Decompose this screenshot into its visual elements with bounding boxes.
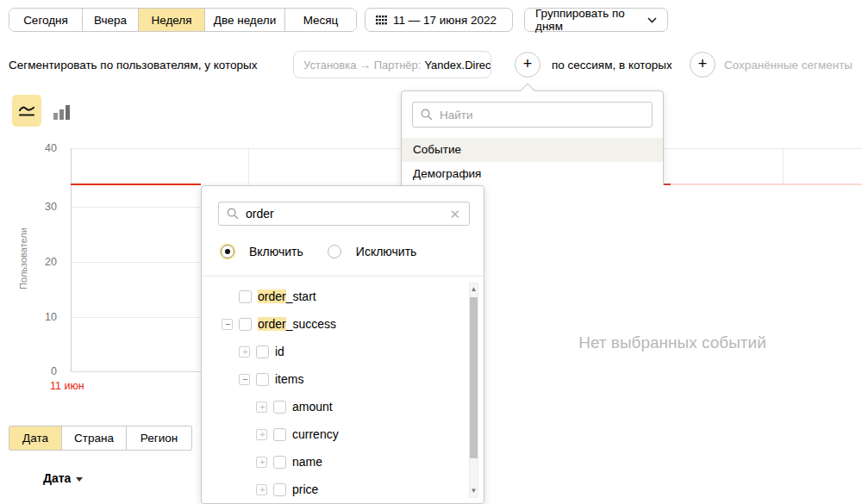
category-search-box[interactable]	[412, 102, 653, 128]
expand-icon[interactable]	[239, 346, 250, 358]
tree-row-order_success[interactable]: order_success	[202, 310, 469, 338]
expand-icon[interactable]	[256, 401, 267, 413]
event-tree: order_start order_success id items amoun	[202, 283, 469, 503]
tree-scrollbar[interactable]: ▲ ▼	[469, 283, 478, 498]
tree-row-name[interactable]: name	[202, 448, 469, 476]
tree-label: items	[275, 372, 303, 386]
bar-chart-icon	[51, 101, 72, 121]
segment-condition-chip[interactable]: Установка → Партнёр: Yandex.Direct	[293, 51, 491, 78]
include-radio-label[interactable]: Включить	[249, 245, 303, 258]
table-dimension-label: Дата	[43, 471, 71, 485]
grouping-dropdown-button[interactable]: Группировать по дням	[524, 8, 668, 32]
include-exclude-radios: Включить Исключить	[221, 245, 432, 258]
event-picker-popup: ✕ Включить Исключить order_start order_s…	[201, 185, 484, 504]
preset-month-button[interactable]: Месяц	[285, 9, 356, 31]
clear-search-icon[interactable]: ✕	[448, 208, 461, 221]
preset-week-button[interactable]: Неделя	[139, 9, 205, 31]
date-range-presets: Сегодня Вчера Неделя Две недели Месяц	[9, 8, 357, 32]
y-tick-30: 30	[19, 201, 57, 213]
scroll-down-icon[interactable]: ▼	[470, 486, 478, 496]
include-radio[interactable]	[221, 245, 234, 258]
segment-chip-path: Установка → Партнёр:	[303, 59, 421, 72]
chevron-down-icon	[647, 17, 657, 23]
empty-state-message: Нет выбранных событий	[483, 333, 862, 352]
y-tick-10: 10	[19, 311, 57, 323]
exclude-radio-label[interactable]: Исключить	[356, 245, 417, 258]
segment-prefix-label: Сегментировать по пользователям, у котор…	[9, 59, 257, 72]
tab-date[interactable]: Дата	[9, 426, 62, 450]
tree-label: order_start	[258, 289, 316, 303]
tree-label: amount	[292, 400, 333, 414]
tree-label: order_success	[258, 317, 336, 331]
line-chart-icon	[17, 103, 36, 120]
category-item-demography[interactable]: Демография	[402, 162, 663, 186]
scroll-up-icon[interactable]: ▲	[470, 284, 478, 295]
checkbox-order_success[interactable]	[239, 318, 252, 331]
checkbox-name[interactable]	[273, 456, 286, 469]
table-dimension-dropdown[interactable]: Дата	[43, 471, 83, 485]
checkbox-price[interactable]	[273, 483, 286, 496]
tree-row-price[interactable]: price	[202, 476, 469, 503]
calendar-grid-icon	[376, 16, 387, 25]
grouping-value: Группировать по дням	[535, 7, 641, 33]
picker-divider	[202, 276, 484, 277]
sessions-segment-label: по сессиям, в которых	[552, 59, 672, 72]
users-series-line	[71, 184, 201, 185]
category-item-event[interactable]: Событие	[402, 138, 663, 162]
collapse-icon[interactable]	[239, 374, 250, 385]
scrollbar-thumb[interactable]	[470, 297, 478, 458]
event-search-box[interactable]: ✕	[218, 202, 470, 226]
date-range-picker-button[interactable]: 11 — 17 июня 2022	[365, 8, 513, 32]
preset-yesterday-button[interactable]: Вчера	[83, 9, 139, 31]
x-tick-first-date: 11 июн	[50, 380, 84, 392]
y-tick-40: 40	[19, 142, 57, 154]
metrica-report-page: Пользователи 40 30 20 10 0 11 июн	[0, 0, 862, 504]
expand-icon[interactable]	[256, 429, 267, 440]
y-axis-line	[71, 148, 72, 371]
bar-chart-toggle-button[interactable]	[50, 100, 72, 122]
tree-row-id[interactable]: id	[202, 338, 469, 365]
tree-label: name	[292, 455, 322, 469]
dropdown-anchor-caret	[521, 84, 535, 98]
chevron-down-icon	[76, 477, 83, 482]
expand-icon[interactable]	[256, 484, 267, 495]
dimension-tabs: Дата Страна Регион	[9, 426, 192, 451]
segment-chip-value: Yandex.Direct	[424, 59, 491, 72]
tab-country[interactable]: Страна	[62, 426, 127, 450]
add-user-condition-button[interactable]: +	[515, 52, 540, 78]
date-range-value: 11 — 17 июня 2022	[393, 14, 497, 27]
expand-icon[interactable]	[256, 457, 267, 468]
event-search-input[interactable]	[246, 207, 441, 221]
preset-today-button[interactable]: Сегодня	[9, 9, 83, 31]
add-session-condition-button[interactable]: +	[690, 52, 715, 78]
checkbox-id[interactable]	[256, 345, 269, 358]
tree-row-items[interactable]: items	[202, 365, 469, 393]
tree-row-currency[interactable]: currency	[202, 420, 469, 448]
tree-label: id	[275, 345, 284, 358]
checkbox-currency[interactable]	[273, 428, 286, 441]
checkbox-items[interactable]	[256, 373, 269, 386]
tab-region[interactable]: Регион	[127, 426, 191, 450]
search-icon	[421, 109, 433, 121]
preset-two-weeks-button[interactable]: Две недели	[205, 9, 285, 31]
y-tick-0: 0	[19, 365, 57, 377]
tree-label: currency	[292, 427, 339, 441]
checkbox-amount[interactable]	[273, 401, 286, 414]
category-search-input[interactable]	[440, 109, 644, 121]
collapse-icon[interactable]	[222, 319, 233, 330]
tree-row-amount[interactable]: amount	[202, 393, 469, 420]
tree-label: price	[292, 482, 318, 496]
tree-row-order_start[interactable]: order_start	[202, 283, 469, 310]
line-chart-toggle-button[interactable]	[12, 95, 41, 127]
y-tick-20: 20	[19, 256, 57, 268]
exclude-radio[interactable]	[328, 245, 341, 258]
saved-segments-link[interactable]: Сохранённые сегменты	[724, 59, 853, 72]
search-icon	[227, 208, 239, 220]
checkbox-order_start[interactable]	[239, 290, 252, 303]
selected-events-panel: Нет выбранных событий	[483, 185, 862, 504]
